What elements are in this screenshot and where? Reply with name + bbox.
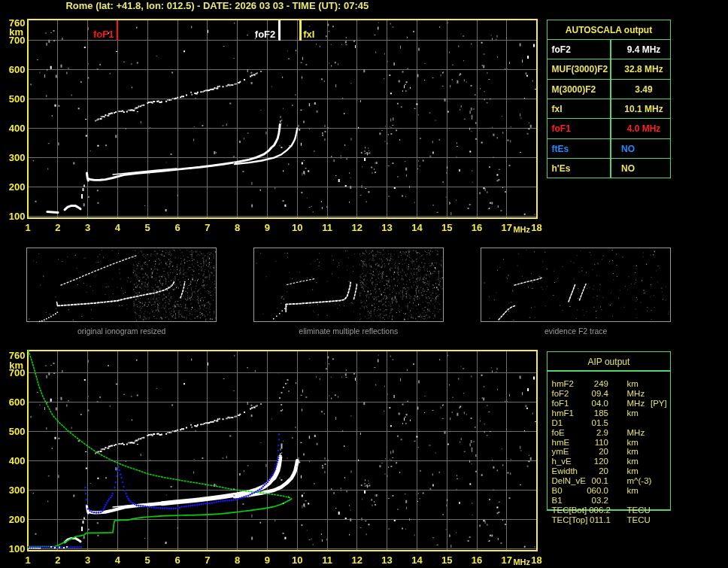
- svg-text:m^(-3): m^(-3): [627, 476, 652, 485]
- svg-text:300: 300: [9, 484, 26, 496]
- svg-text:AIP output: AIP output: [587, 357, 629, 367]
- svg-text:6: 6: [174, 222, 180, 233]
- svg-text:9: 9: [265, 554, 270, 566]
- svg-text:700: 700: [9, 35, 26, 46]
- svg-text:249: 249: [594, 379, 608, 388]
- svg-text:500: 500: [9, 93, 26, 105]
- svg-text:120: 120: [594, 457, 608, 466]
- svg-text:hmE: hmE: [552, 438, 570, 447]
- svg-text:evidence F2 trace: evidence F2 trace: [544, 327, 608, 336]
- svg-text:4: 4: [115, 554, 121, 566]
- svg-text:500: 500: [9, 426, 26, 437]
- svg-text:400: 400: [9, 123, 26, 134]
- svg-text:9: 9: [265, 222, 270, 233]
- svg-text:km: km: [627, 409, 639, 418]
- svg-text:NO: NO: [621, 163, 635, 174]
- svg-text:TECU: TECU: [627, 515, 651, 524]
- svg-text:5: 5: [145, 222, 150, 233]
- svg-text:foF1: foF1: [552, 123, 572, 134]
- svg-text:foF2: foF2: [552, 44, 572, 55]
- svg-text:9.4 MHz: 9.4 MHz: [627, 44, 661, 55]
- svg-text:18: 18: [531, 222, 541, 233]
- svg-text:110: 110: [595, 438, 608, 447]
- svg-text:16: 16: [472, 222, 482, 233]
- svg-text:011.1: 011.1: [590, 515, 611, 524]
- svg-text:2: 2: [55, 554, 60, 566]
- svg-text:5: 5: [145, 554, 150, 566]
- svg-text:TEC[Top]: TEC[Top]: [552, 515, 588, 524]
- svg-text:km: km: [627, 486, 639, 495]
- svg-text:100: 100: [9, 543, 26, 554]
- svg-text:3: 3: [85, 222, 90, 233]
- svg-text:2.9: 2.9: [596, 428, 608, 437]
- svg-text:fxI: fxI: [303, 29, 314, 40]
- svg-text:00.1: 00.1: [592, 476, 608, 485]
- svg-text:8: 8: [235, 222, 240, 233]
- svg-text:MUF(3000)F2: MUF(3000)F2: [552, 64, 608, 74]
- svg-text:03.2: 03.2: [592, 496, 608, 505]
- svg-text:14: 14: [411, 554, 423, 566]
- svg-text:D1: D1: [552, 418, 563, 427]
- svg-text:700: 700: [9, 367, 26, 378]
- svg-text:MHz: MHz: [627, 399, 645, 408]
- svg-text:3: 3: [85, 554, 90, 566]
- svg-text:15: 15: [441, 222, 452, 233]
- svg-text:eliminate multiple reflections: eliminate multiple reflections: [299, 327, 398, 336]
- svg-text:4: 4: [115, 222, 121, 233]
- svg-text:MHz: MHz: [627, 389, 645, 398]
- svg-text:16: 16: [472, 554, 482, 566]
- svg-text:[PY]: [PY]: [651, 399, 667, 408]
- svg-text:original ionogram resized: original ionogram resized: [77, 327, 165, 336]
- svg-text:M(3000)F2: M(3000)F2: [552, 84, 596, 95]
- svg-text:2: 2: [55, 222, 60, 233]
- svg-text:100: 100: [9, 211, 26, 222]
- svg-text:1: 1: [25, 222, 30, 233]
- svg-text:600: 600: [9, 396, 26, 408]
- svg-text:200: 200: [9, 514, 26, 525]
- svg-text:h'Es: h'Es: [552, 163, 571, 174]
- svg-text:6: 6: [174, 554, 180, 566]
- svg-text:h_vE: h_vE: [552, 457, 572, 466]
- svg-text:TEC[Bot]: TEC[Bot]: [552, 506, 587, 515]
- svg-text:MHz: MHz: [627, 428, 645, 437]
- svg-text:01.5: 01.5: [592, 418, 608, 427]
- svg-text:17: 17: [502, 222, 512, 233]
- svg-text:foF2: foF2: [255, 29, 275, 40]
- svg-text:foF2: foF2: [552, 389, 569, 398]
- svg-text:060.0: 060.0: [587, 486, 608, 495]
- svg-text:TECU: TECU: [627, 506, 651, 515]
- svg-text:20: 20: [599, 447, 608, 456]
- svg-text:DelN_vE: DelN_vE: [552, 476, 587, 485]
- svg-text:4.0 MHz: 4.0 MHz: [627, 123, 661, 134]
- svg-text:B0: B0: [552, 486, 563, 495]
- svg-text:185: 185: [594, 409, 608, 418]
- svg-text:14: 14: [411, 222, 423, 233]
- svg-text:006.2: 006.2: [589, 506, 611, 515]
- svg-text:km: km: [627, 447, 639, 456]
- svg-text:12: 12: [352, 554, 362, 566]
- svg-text:04.0: 04.0: [592, 399, 608, 408]
- svg-text:km: km: [627, 438, 639, 447]
- svg-text:NO: NO: [621, 144, 635, 154]
- svg-text:200: 200: [9, 181, 26, 193]
- svg-text:11: 11: [322, 554, 332, 566]
- svg-text:10: 10: [292, 222, 302, 233]
- svg-text:17: 17: [502, 554, 512, 566]
- svg-text:hmF2: hmF2: [552, 379, 574, 388]
- svg-text:7: 7: [205, 554, 210, 566]
- svg-text:20: 20: [599, 466, 608, 475]
- svg-text:18: 18: [531, 554, 541, 566]
- svg-text:foF1: foF1: [93, 29, 114, 40]
- svg-text:1: 1: [25, 554, 30, 566]
- svg-text:32.8 MHz: 32.8 MHz: [624, 64, 663, 74]
- svg-text:11: 11: [322, 222, 332, 233]
- svg-text:13: 13: [381, 554, 392, 566]
- svg-text:15: 15: [441, 554, 452, 566]
- svg-text:km: km: [627, 379, 639, 388]
- svg-text:12: 12: [352, 222, 362, 233]
- svg-text:600: 600: [9, 64, 26, 75]
- svg-text:foE: foE: [552, 428, 566, 437]
- svg-text:AUTOSCALA output: AUTOSCALA output: [566, 25, 652, 35]
- svg-text:B1: B1: [552, 496, 563, 505]
- svg-text:400: 400: [9, 455, 26, 466]
